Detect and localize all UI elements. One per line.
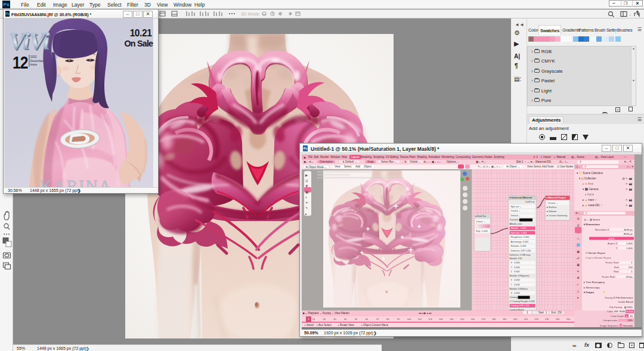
svg-text:⌄: ⌄	[629, 13, 631, 16]
svg-text:On Sale: On Sale	[124, 38, 153, 48]
svg-text:3D Mode:: 3D Mode:	[241, 11, 261, 17]
svg-text:December: December	[30, 60, 44, 63]
svg-text:12: 12	[13, 52, 28, 73]
svg-text:ViVi: ViVi	[9, 27, 49, 54]
svg-text:10.21: 10.21	[130, 27, 152, 38]
svg-text:issue: issue	[30, 63, 38, 66]
svg-text:KARINA: KARINA	[40, 176, 112, 188]
svg-text:2022: 2022	[30, 55, 37, 58]
